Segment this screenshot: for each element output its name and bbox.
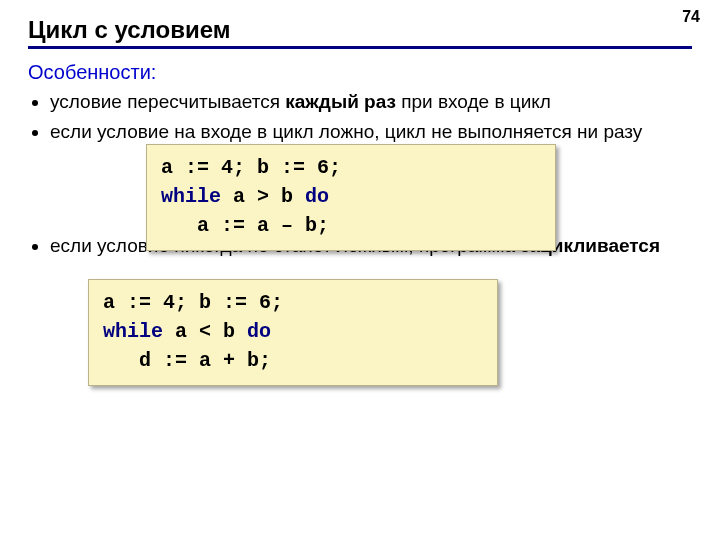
slide: 74 Цикл с условием Особенности: условие … (0, 0, 720, 540)
code1-cond: a > b (221, 185, 305, 208)
bullet-1: условие пересчитывается каждый раз при в… (50, 90, 692, 114)
bullet-3: a := 4; b := 6; while a > b do a := a – … (50, 150, 692, 258)
code1-line3: a := a – b; (161, 214, 329, 237)
code1-kw-while: while (161, 185, 221, 208)
section-subhead: Особенности: (28, 61, 692, 84)
bullet-list: условие пересчитывается каждый раз при в… (50, 90, 692, 257)
title-underline (28, 46, 692, 49)
page-number: 74 (682, 8, 700, 26)
code2-line3: d := a + b; (103, 349, 271, 372)
code2-kw-while: while (103, 320, 163, 343)
code2-kw-do: do (247, 320, 271, 343)
bullet-1-pre: условие пересчитывается (50, 91, 285, 112)
code1-kw-do: do (305, 185, 329, 208)
code2-line1: a := 4; b := 6; (103, 291, 283, 314)
code-block-1: a := 4; b := 6; while a > b do a := a – … (146, 144, 556, 251)
code-block-2: a := 4; b := 6; while a < b do d := a + … (88, 279, 498, 386)
code1-line1: a := 4; b := 6; (161, 156, 341, 179)
bullet-2: если условие на входе в цикл ложно, цикл… (50, 120, 692, 144)
slide-title: Цикл с условием (28, 16, 692, 44)
bullet-1-bold: каждый раз (285, 91, 396, 112)
code2-cond: a < b (163, 320, 247, 343)
bullet-1-post: при входе в цикл (396, 91, 551, 112)
